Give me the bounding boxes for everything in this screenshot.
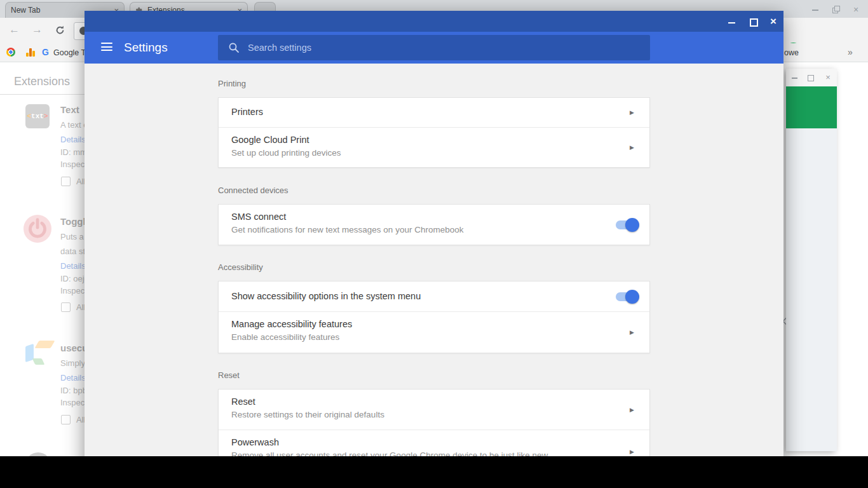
row-show-accessibility-options[interactable]: Show accessibility options in the system… bbox=[219, 281, 649, 311]
details-link[interactable]: Details bbox=[60, 135, 86, 144]
inspect-line: Inspect bbox=[60, 398, 87, 407]
shelf: +-×= ♪ HOLY BIBLE 8:30 US bbox=[0, 456, 868, 488]
section-label-printing: Printing bbox=[218, 79, 246, 88]
close-icon[interactable]: × bbox=[768, 17, 778, 27]
maximize-icon[interactable] bbox=[748, 17, 758, 27]
subpage-arrow-icon: ▶ bbox=[630, 144, 634, 151]
usecu-extension-icon bbox=[25, 341, 52, 366]
extension-desc: Puts a bbox=[60, 232, 84, 241]
allow-checkbox[interactable] bbox=[61, 177, 71, 186]
bookmarks-overflow-icon[interactable]: » bbox=[848, 47, 853, 57]
section-label-accessibility: Accessibility bbox=[218, 262, 263, 272]
row-title: SMS connect bbox=[231, 212, 286, 222]
close-icon[interactable]: × bbox=[824, 74, 832, 81]
extension-name: Toggl bbox=[60, 216, 86, 227]
row-manage-accessibility[interactable]: Manage accessibility features Enable acc… bbox=[219, 311, 649, 353]
settings-title: Settings bbox=[124, 41, 168, 55]
reload-icon[interactable] bbox=[55, 25, 65, 38]
row-title: Powerwash bbox=[231, 437, 279, 447]
browser-restore-icon[interactable] bbox=[831, 5, 840, 14]
menu-icon[interactable] bbox=[101, 43, 112, 51]
toggl-extension-icon bbox=[24, 215, 51, 243]
extension-name: Text bbox=[60, 104, 79, 115]
analytics-bookmark-icon[interactable] bbox=[26, 48, 35, 57]
row-subtitle: Restore settings to their original defau… bbox=[231, 410, 384, 419]
window-titlebar: × bbox=[786, 69, 837, 87]
settings-titlebar[interactable]: × bbox=[85, 11, 783, 32]
section-label-reset: Reset bbox=[218, 370, 240, 380]
minimize-icon[interactable] bbox=[727, 17, 737, 27]
printing-card: Printers ▶ Google Cloud Print Set up clo… bbox=[218, 97, 650, 168]
browser-close-icon[interactable]: × bbox=[851, 5, 860, 14]
inspect-line: Inspect bbox=[60, 286, 87, 295]
subpage-arrow-icon: ▶ bbox=[630, 449, 634, 455]
settings-content: Printing Printers ▶ Google Cloud Print S… bbox=[85, 64, 783, 488]
background-app-window[interactable]: × bbox=[786, 69, 837, 451]
extension-desc: data st bbox=[60, 247, 85, 256]
row-subtitle: Set up cloud printing devices bbox=[231, 148, 341, 158]
accessibility-card: Show accessibility options in the system… bbox=[218, 281, 650, 353]
forward-icon[interactable]: → bbox=[32, 24, 43, 36]
settings-header: Settings Search settings bbox=[85, 32, 783, 64]
accessibility-options-toggle[interactable] bbox=[616, 290, 639, 304]
settings-window: × Settings Search settings Printing Prin… bbox=[85, 11, 783, 488]
allow-checkbox[interactable] bbox=[61, 415, 71, 424]
allow-checkbox[interactable] bbox=[61, 302, 71, 312]
back-icon[interactable]: ← bbox=[9, 24, 20, 36]
details-link[interactable]: Details bbox=[60, 261, 86, 271]
search-settings-input[interactable]: Search settings bbox=[218, 35, 650, 60]
extension-desc: A text e bbox=[60, 120, 88, 130]
row-title: Printers bbox=[231, 107, 263, 117]
screen: New Tab × Extensions × × ← → G LI G bbox=[0, 0, 868, 488]
extension-desc: Simply bbox=[60, 358, 85, 368]
row-sms-connect[interactable]: SMS connect Get notifications for new te… bbox=[219, 205, 649, 245]
browser-minimize-icon[interactable] bbox=[811, 5, 820, 14]
inspect-line: Inspect bbox=[60, 159, 87, 169]
subpage-arrow-icon: ▶ bbox=[630, 407, 634, 413]
extensions-page-title: Extensions bbox=[14, 75, 70, 88]
row-printers[interactable]: Printers ▶ bbox=[219, 98, 649, 127]
bookmark-fragment-label[interactable]: owe bbox=[784, 48, 799, 57]
chrome-ring-bookmark-icon[interactable] bbox=[6, 48, 15, 57]
extension-name: usecu bbox=[60, 342, 88, 353]
row-google-cloud-print[interactable]: Google Cloud Print Set up cloud printing… bbox=[219, 127, 649, 167]
row-reset[interactable]: Reset Restore settings to their original… bbox=[219, 390, 649, 430]
row-title: Show accessibility options in the system… bbox=[231, 291, 421, 301]
details-link[interactable]: Details bbox=[60, 373, 86, 383]
subpage-arrow-icon: ▶ bbox=[630, 109, 634, 116]
row-title: Reset bbox=[231, 396, 255, 407]
connected-devices-card: SMS connect Get notifications for new te… bbox=[218, 204, 650, 245]
minimize-icon[interactable] bbox=[791, 74, 799, 81]
row-subtitle: Get notifications for new text messages … bbox=[231, 225, 463, 234]
bookmark-google-label[interactable]: Google T bbox=[53, 48, 86, 57]
search-placeholder: Search settings bbox=[248, 43, 311, 53]
extension-id: ID: bpb bbox=[60, 386, 87, 395]
subpage-arrow-icon: ▶ bbox=[630, 329, 634, 336]
row-subtitle: Enable accessibility features bbox=[231, 332, 339, 342]
row-title: Google Cloud Print bbox=[231, 135, 309, 145]
google-bookmark-icon[interactable]: G bbox=[42, 47, 49, 57]
row-title: Manage accessibility features bbox=[231, 319, 352, 329]
text-extension-icon: <txt> bbox=[25, 104, 50, 128]
maximize-icon[interactable] bbox=[807, 74, 815, 81]
section-label-connected-devices: Connected devices bbox=[218, 186, 288, 195]
search-icon bbox=[228, 42, 240, 53]
extension-id: ID: mm bbox=[60, 147, 87, 157]
sms-connect-toggle[interactable] bbox=[616, 218, 639, 232]
window-header bbox=[786, 86, 837, 128]
